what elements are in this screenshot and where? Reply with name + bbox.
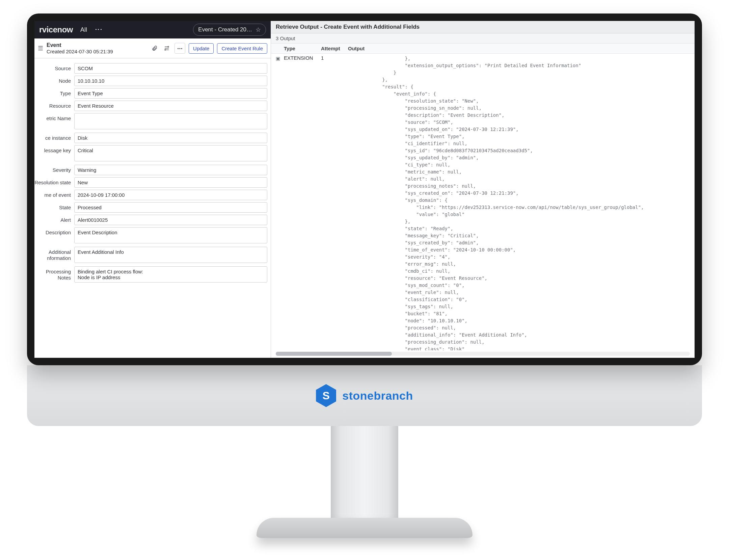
star-icon[interactable]: ☆ — [255, 26, 261, 33]
label-proc: Processing Notes — [34, 266, 71, 281]
attachment-icon[interactable] — [150, 44, 159, 53]
title-line2: Created 2024-07-30 05:21:39 — [47, 49, 113, 54]
screen: rvicenow All ⋮ Event - Created 20… ☆ ☰ E… — [34, 21, 695, 358]
create-event-rule-button[interactable]: Create Event Rule — [217, 43, 267, 54]
servicenow-pane: rvicenow All ⋮ Event - Created 20… ☆ ☰ E… — [34, 21, 271, 358]
svg-point-1 — [165, 49, 166, 50]
time-of-event-field[interactable] — [74, 190, 267, 200]
label-state: State — [34, 202, 71, 211]
menu-icon[interactable]: ☰ — [38, 45, 43, 52]
label-desc: Description — [34, 227, 71, 236]
nav-all[interactable]: All — [80, 26, 87, 33]
scrollbar-thumb[interactable] — [276, 352, 392, 356]
monitor-stand-base — [256, 518, 473, 538]
servicenow-topbar: rvicenow All ⋮ Event - Created 20… ☆ — [34, 21, 271, 38]
state-field[interactable] — [74, 202, 267, 213]
svg-point-0 — [168, 46, 169, 47]
tab-event[interactable]: Event - Created 20… ☆ — [193, 24, 266, 36]
more-actions-button[interactable]: ⋯ — [174, 43, 185, 54]
stonebranch-brand: S stonebranch — [316, 384, 413, 407]
kebab-icon[interactable]: ⋮ — [94, 26, 103, 34]
output-table-header: Type Attempt Output — [271, 44, 695, 54]
label-toe: me of event — [34, 190, 71, 198]
col-output: Output — [348, 46, 690, 51]
severity-field[interactable] — [74, 165, 267, 175]
output-json: }, "extension_output_options": "Print De… — [348, 55, 690, 350]
source-field[interactable] — [74, 63, 267, 74]
stonebranch-wordmark: stonebranch — [342, 389, 413, 402]
servicenow-logo: rvicenow — [39, 25, 73, 34]
monitor-chin: S stonebranch — [27, 365, 702, 426]
alert-field[interactable] — [74, 215, 267, 225]
col-type: Type — [284, 46, 321, 51]
message-key-field[interactable]: Critical — [74, 145, 267, 161]
output-row: ▣ EXTENSION 1 }, "extension_output_optio… — [271, 54, 695, 350]
resolution-state-field[interactable] — [74, 177, 267, 188]
expand-icon[interactable]: ▣ — [276, 55, 284, 350]
label-instance: ce instance — [34, 133, 71, 141]
label-msgkey: lessage key — [34, 145, 71, 154]
processing-notes-field[interactable]: Binding alert CI process flow: Node is I… — [74, 266, 267, 283]
resource-field[interactable] — [74, 101, 267, 111]
event-form: Source Node Type Resource etric Name ce … — [34, 58, 271, 358]
label-resstate: Resolution state — [34, 177, 71, 186]
type-field[interactable] — [74, 88, 267, 99]
label-severity: Severity — [34, 165, 71, 173]
col-attempt: Attempt — [321, 46, 348, 51]
horizontal-scrollbar[interactable] — [276, 352, 690, 356]
output-attempt: 1 — [321, 55, 348, 350]
stonebranch-badge-icon: S — [316, 384, 336, 407]
monitor-stand-neck — [331, 426, 398, 521]
label-node: Node — [34, 76, 71, 84]
title-line1: Event — [47, 42, 113, 48]
node-field[interactable] — [74, 76, 267, 86]
update-button[interactable]: Update — [189, 43, 214, 54]
label-alert: Alert — [34, 215, 71, 223]
page-title: Event Created 2024-07-30 05:21:39 — [47, 42, 113, 54]
label-type: Type — [34, 88, 71, 97]
label-metric: etric Name — [34, 113, 71, 122]
tab-label: Event - Created 20… — [198, 26, 252, 33]
description-field[interactable]: Event Description — [74, 227, 267, 243]
form-header: ☰ Event Created 2024-07-30 05:21:39 ⋯ — [34, 38, 271, 58]
resource-instance-field[interactable] — [74, 133, 267, 143]
metric-name-field[interactable] — [74, 113, 267, 129]
output-subtitle: 3 Output — [271, 33, 695, 44]
label-addl: Additional nformation — [34, 247, 71, 261]
label-resource: Resource — [34, 101, 71, 109]
output-title: Retrieve Output - Create Event with Addi… — [271, 21, 695, 33]
additional-info-field[interactable]: Event Additional Info — [74, 247, 267, 263]
settings-icon[interactable] — [162, 44, 171, 53]
output-type: EXTENSION — [284, 55, 321, 350]
label-source: Source — [34, 63, 71, 72]
output-pane: Retrieve Output - Create Event with Addi… — [271, 21, 695, 358]
